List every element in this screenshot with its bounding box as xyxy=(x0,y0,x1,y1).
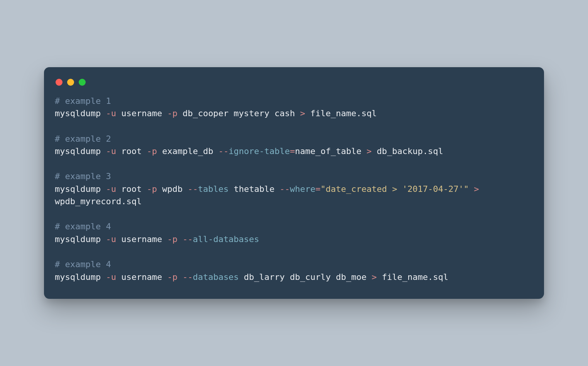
code-block: # example 1 mysqldump -u username -p db_… xyxy=(55,95,533,283)
code-flag: -p xyxy=(167,272,177,282)
close-icon[interactable] xyxy=(56,79,63,86)
code-text: username xyxy=(116,108,167,118)
code-text: root xyxy=(116,184,147,194)
code-operator: > xyxy=(372,272,377,282)
code-flag: -u xyxy=(106,184,116,194)
code-text: name_of_table xyxy=(295,146,367,156)
code-text: db_backup.sql xyxy=(372,146,443,156)
code-text: mysqldump xyxy=(55,108,106,118)
code-text xyxy=(177,272,182,282)
code-text: thetable xyxy=(228,184,279,194)
code-flag: -p xyxy=(167,108,177,118)
code-option: where xyxy=(290,184,315,194)
code-flag: -- xyxy=(188,184,198,194)
code-text xyxy=(469,184,474,194)
code-operator: = xyxy=(290,146,295,156)
code-text: root xyxy=(116,146,147,156)
code-flag: -u xyxy=(106,146,116,156)
code-text: example_db xyxy=(157,146,218,156)
code-comment: # example 4 xyxy=(55,259,111,269)
code-flag: -p xyxy=(147,146,157,156)
code-comment: # example 2 xyxy=(55,134,111,144)
code-flag: -p xyxy=(167,234,177,244)
code-text: db_cooper mystery cash xyxy=(177,108,300,118)
code-flag: -u xyxy=(106,108,116,118)
code-text: mysqldump xyxy=(55,272,106,282)
code-flag: -p xyxy=(147,184,157,194)
code-string: "date_created > '2017-04-27'" xyxy=(321,184,469,194)
code-text xyxy=(177,234,182,244)
code-comment: # example 1 xyxy=(55,96,111,106)
code-comment: # example 3 xyxy=(55,171,111,181)
code-option: databases xyxy=(193,272,239,282)
minimize-icon[interactable] xyxy=(67,79,74,86)
code-text: file_name.sql xyxy=(305,108,377,118)
code-comment: # example 4 xyxy=(55,222,111,231)
code-text: username xyxy=(116,272,167,282)
code-flag: -- xyxy=(280,184,290,194)
code-operator: > xyxy=(300,108,305,118)
code-text: wpdb xyxy=(157,184,188,194)
code-text: db_larry db_curly db_moe xyxy=(239,272,372,282)
code-operator: > xyxy=(367,146,372,156)
code-text: mysqldump xyxy=(55,234,106,244)
code-flag: -u xyxy=(106,234,116,244)
code-option: tables xyxy=(198,184,228,194)
code-text: file_name.sql xyxy=(377,272,448,282)
code-option: ignore-table xyxy=(228,146,290,156)
code-option: all-databases xyxy=(193,234,259,244)
code-flag: -- xyxy=(182,272,193,282)
code-window: # example 1 mysqldump -u username -p db_… xyxy=(44,67,544,299)
code-text: mysqldump xyxy=(55,146,106,156)
code-operator: > xyxy=(474,184,479,194)
code-text: username xyxy=(116,234,167,244)
maximize-icon[interactable] xyxy=(79,79,86,86)
code-operator: = xyxy=(316,184,321,194)
window-titlebar xyxy=(55,77,533,95)
code-text: mysqldump xyxy=(55,184,106,194)
code-flag: -- xyxy=(218,146,229,156)
code-flag: -u xyxy=(106,272,116,282)
code-flag: -- xyxy=(182,234,193,244)
